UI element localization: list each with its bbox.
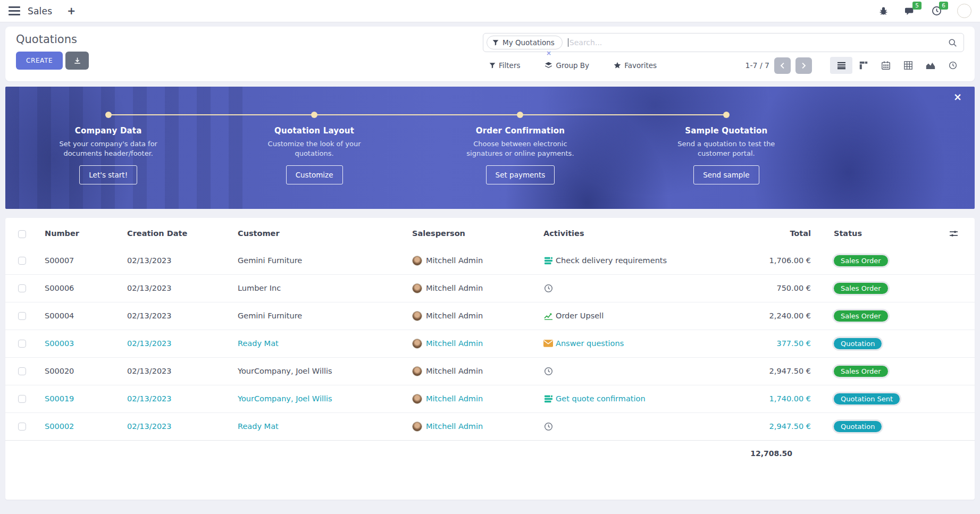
pager-next-button[interactable]: [795, 57, 812, 74]
favorites-label: Favorites: [624, 61, 657, 70]
new-tab-icon[interactable]: +: [67, 6, 76, 16]
cell-creation-date[interactable]: 02/13/2023: [122, 357, 232, 385]
cell-total[interactable]: 1,740.00 €: [689, 385, 816, 412]
cell-customer[interactable]: Gemini Furniture: [232, 302, 407, 330]
onboarding-step-button[interactable]: Send sample: [693, 165, 759, 184]
cell-number[interactable]: S00019: [39, 385, 122, 412]
row-checkbox[interactable]: [18, 367, 26, 375]
search-input[interactable]: My Quotations Search... ×: [483, 33, 964, 52]
table-row[interactable]: S00019 02/13/2023 YourCompany, Joel Will…: [5, 385, 975, 412]
onboarding-step-button[interactable]: Customize: [286, 165, 343, 184]
cell-salesperson[interactable]: Mitchell Admin: [426, 256, 483, 265]
timeline-dot-icon: [105, 112, 112, 118]
cell-customer[interactable]: YourCompany, Joel Willis: [232, 357, 407, 385]
column-header-creation-date[interactable]: Creation Date: [122, 218, 232, 247]
cell-salesperson[interactable]: Mitchell Admin: [426, 311, 483, 320]
table-row[interactable]: S00004 02/13/2023 Gemini Furniture Mitch…: [5, 302, 975, 330]
facet-remove-icon[interactable]: ×: [546, 49, 551, 57]
column-header-salesperson[interactable]: Salesperson: [407, 218, 538, 247]
cell-creation-date[interactable]: 02/13/2023: [122, 302, 232, 330]
filters-button[interactable]: Filters: [489, 61, 520, 70]
cell-activity[interactable]: Answer questions: [543, 339, 683, 348]
export-download-button[interactable]: [65, 52, 89, 70]
row-checkbox[interactable]: [18, 395, 26, 403]
cell-activity[interactable]: [543, 366, 683, 376]
pager-previous-button[interactable]: [774, 57, 791, 74]
activity-view-button[interactable]: [942, 57, 964, 74]
cell-number[interactable]: S00006: [39, 274, 122, 302]
cell-activity[interactable]: Check delivery requirements: [543, 256, 683, 265]
cell-number[interactable]: S00003: [39, 330, 122, 357]
cell-total[interactable]: 2,947.50 €: [689, 357, 816, 385]
column-header-status[interactable]: Status: [816, 218, 944, 247]
select-all-checkbox[interactable]: [18, 230, 26, 238]
cell-activity[interactable]: Get quote confirmation: [543, 394, 683, 403]
column-options-icon[interactable]: [949, 230, 969, 238]
cell-customer[interactable]: Ready Mat: [232, 412, 407, 440]
graph-view-button[interactable]: [919, 57, 942, 74]
search-facet-my-quotations[interactable]: My Quotations: [487, 36, 563, 49]
onboarding-step-button[interactable]: Set payments: [486, 165, 555, 184]
pivot-view-button[interactable]: [897, 57, 919, 74]
list-view-button[interactable]: [830, 57, 852, 74]
cell-customer[interactable]: YourCompany, Joel Willis: [232, 385, 407, 412]
user-avatar[interactable]: [957, 4, 971, 18]
cell-total[interactable]: 2,947.50 €: [689, 412, 816, 440]
cell-total[interactable]: 750.00 €: [689, 274, 816, 302]
cell-customer[interactable]: Ready Mat: [232, 330, 407, 357]
cell-creation-date[interactable]: 02/13/2023: [122, 385, 232, 412]
cell-creation-date[interactable]: 02/13/2023: [122, 412, 232, 440]
activities-clock-icon[interactable]: 6: [931, 5, 942, 17]
cell-salesperson[interactable]: Mitchell Admin: [426, 394, 483, 403]
table-row[interactable]: S00003 02/13/2023 Ready Mat Mitchell Adm…: [5, 330, 975, 357]
cell-customer[interactable]: Lumber Inc: [232, 274, 407, 302]
banner-close-icon[interactable]: ×: [953, 92, 962, 102]
row-checkbox[interactable]: [18, 312, 26, 320]
cell-total[interactable]: 1,706.00 €: [689, 247, 816, 275]
table-row[interactable]: S00020 02/13/2023 YourCompany, Joel Will…: [5, 357, 975, 385]
onboarding-step-title: Sample Quotation: [623, 126, 829, 136]
favorites-button[interactable]: Favorites: [614, 61, 657, 70]
onboarding-step-description: Customize the look of your quotations.: [252, 139, 377, 158]
cell-total[interactable]: 2,240.00 €: [689, 302, 816, 330]
cell-salesperson[interactable]: Mitchell Admin: [426, 339, 483, 348]
cell-customer[interactable]: Gemini Furniture: [232, 247, 407, 275]
row-checkbox[interactable]: [18, 257, 26, 265]
cell-activity[interactable]: [543, 422, 683, 431]
onboarding-step-description: Send a quotation to test the customer po…: [664, 139, 789, 158]
column-header-customer[interactable]: Customer: [232, 218, 407, 247]
cell-number[interactable]: S00004: [39, 302, 122, 330]
row-checkbox[interactable]: [18, 340, 26, 348]
group-by-button[interactable]: Group By: [545, 61, 589, 70]
search-icon[interactable]: [948, 38, 957, 47]
cell-salesperson[interactable]: Mitchell Admin: [426, 367, 483, 375]
cell-total[interactable]: 377.50 €: [689, 330, 816, 357]
create-button[interactable]: CREATE: [16, 52, 63, 70]
cell-salesperson[interactable]: Mitchell Admin: [426, 422, 483, 431]
calendar-view-button[interactable]: [875, 57, 897, 74]
cell-creation-date[interactable]: 02/13/2023: [122, 330, 232, 357]
cell-number[interactable]: S00007: [39, 247, 122, 275]
cell-number[interactable]: S00002: [39, 412, 122, 440]
table-row[interactable]: S00007 02/13/2023 Gemini Furniture Mitch…: [5, 247, 975, 275]
cell-creation-date[interactable]: 02/13/2023: [122, 247, 232, 275]
column-header-total[interactable]: Total: [689, 218, 816, 247]
onboarding-step-button[interactable]: Let's start!: [79, 165, 137, 184]
cell-number[interactable]: S00020: [39, 357, 122, 385]
row-checkbox[interactable]: [18, 423, 26, 431]
column-header-number[interactable]: Number: [39, 218, 122, 247]
current-app-name[interactable]: Sales: [28, 6, 52, 16]
table-row[interactable]: S00002 02/13/2023 Ready Mat Mitchell Adm…: [5, 412, 975, 440]
debug-bug-icon[interactable]: [877, 5, 889, 17]
column-header-activities[interactable]: Activities: [538, 218, 689, 247]
messages-icon[interactable]: 5: [904, 5, 916, 17]
cell-activity[interactable]: [543, 283, 683, 293]
kanban-view-button[interactable]: [852, 57, 875, 74]
cell-creation-date[interactable]: 02/13/2023: [122, 274, 232, 302]
table-row[interactable]: S00006 02/13/2023 Lumber Inc Mitchell Ad…: [5, 274, 975, 302]
cell-salesperson[interactable]: Mitchell Admin: [426, 284, 483, 292]
row-checkbox[interactable]: [18, 284, 26, 292]
salesperson-avatar: [412, 422, 422, 432]
cell-activity[interactable]: Order Upsell: [543, 311, 683, 321]
apps-menu-icon[interactable]: [9, 6, 20, 15]
